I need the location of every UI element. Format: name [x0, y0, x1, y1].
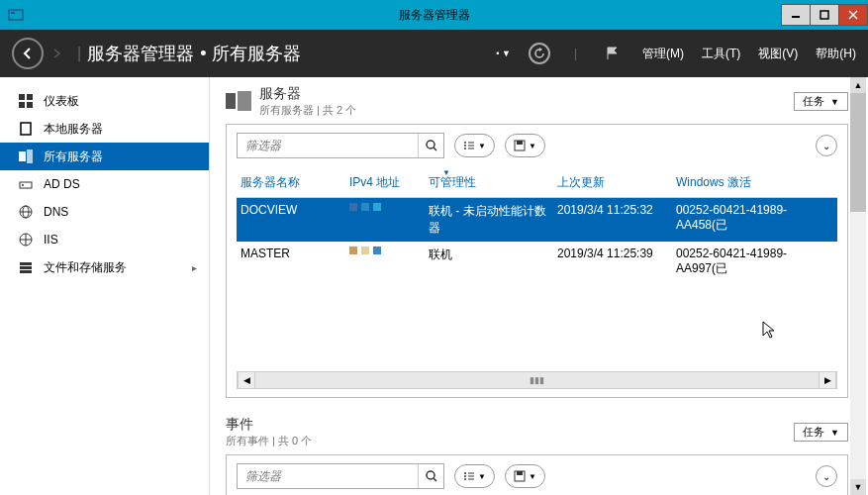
svg-rect-0	[9, 10, 23, 20]
col-activation[interactable]: Windows 激活	[672, 172, 837, 193]
horizontal-scrollbar[interactable]: ◀ ▮▮▮ ▶	[237, 371, 837, 389]
toolbar-separator: |	[574, 47, 577, 60]
servers-filter-input-wrap	[237, 133, 444, 158]
sidebar-item-dashboard[interactable]: 仪表板	[0, 87, 209, 115]
search-icon[interactable]	[418, 134, 443, 157]
disk-icon	[514, 470, 526, 482]
sidebar-item-storage[interactable]: 文件和存储服务▸	[0, 253, 209, 281]
toolbar: | 服务器管理器 • 所有服务器 • ▼ | 管理(M) 工具(T) 视图(V)…	[0, 30, 868, 77]
servers-grid-body: DOCVIEW联机 - 未启动性能计数器2019/3/4 11:25:32002…	[237, 198, 837, 282]
svg-rect-21	[20, 262, 32, 265]
servers-filter-row: ▼ ▼ ⌄	[237, 133, 837, 158]
chevron-down-icon: ▼	[830, 428, 839, 438]
sidebar-item-dns[interactable]: DNS	[0, 198, 209, 226]
svg-point-14	[22, 184, 24, 186]
search-icon[interactable]	[418, 464, 443, 488]
chevron-down-icon: ⌄	[822, 141, 830, 151]
svg-rect-13	[20, 182, 32, 188]
svg-rect-1	[11, 12, 15, 14]
svg-point-38	[464, 472, 466, 474]
back-button[interactable]	[12, 38, 44, 69]
svg-rect-8	[19, 102, 25, 108]
servers-filter-input[interactable]	[238, 139, 418, 152]
tasks-label: 任务	[803, 425, 824, 440]
svg-rect-25	[238, 91, 251, 111]
breadcrumb-separator: •	[200, 44, 206, 64]
scroll-track[interactable]: ▮▮▮	[255, 372, 819, 388]
breadcrumb-root[interactable]: 服务器管理器	[87, 42, 194, 65]
events-section: 事件 所有事件 | 共 0 个 任务 ▼	[226, 416, 848, 495]
svg-rect-11	[19, 151, 26, 161]
col-ip[interactable]: IPv4 地址	[345, 172, 425, 193]
col-mgmt[interactable]: ▼可管理性	[425, 172, 553, 193]
sidebar: 仪表板本地服务器所有服务器AD DSDNSIIS文件和存储服务▸	[0, 77, 210, 495]
filter-options-button[interactable]: ▼	[454, 134, 495, 157]
svg-point-28	[464, 142, 466, 144]
sidebar-item-local[interactable]: 本地服务器	[0, 115, 209, 143]
content-area: 服务器 所有服务器 | 共 2 个 任务 ▼	[210, 77, 868, 495]
scroll-down-button[interactable]: ▼	[850, 479, 866, 495]
sort-indicator-icon: ▼	[442, 168, 450, 177]
maximize-button[interactable]	[810, 4, 839, 26]
help-menu[interactable]: 帮助(H)	[816, 46, 856, 62]
close-button[interactable]	[838, 4, 868, 26]
chevron-down-icon: ▼	[830, 97, 839, 107]
main-area: 仪表板本地服务器所有服务器AD DSDNSIIS文件和存储服务▸ 服务器 所有服…	[0, 77, 868, 495]
events-filter-row: ▼ ▼ ⌄	[237, 463, 837, 489]
manage-menu[interactable]: 管理(M)	[642, 46, 684, 62]
chevron-down-icon: ▼	[478, 472, 486, 481]
servers-panel-box: ▼ ▼ ⌄ 服务器名称 IPv4 地址 ▼可管理性 上次更新 Windows	[226, 124, 848, 398]
events-filter-input[interactable]	[238, 469, 418, 483]
chevron-right-icon: ▸	[192, 262, 197, 273]
chevron-down-icon: ▼	[529, 142, 536, 150]
table-row[interactable]: MASTER联机2019/3/4 11:25:3900252-60421-419…	[237, 242, 837, 282]
breadcrumb[interactable]: 服务器管理器 • 所有服务器	[87, 42, 301, 65]
col-updated[interactable]: 上次更新	[553, 172, 672, 193]
minimize-button[interactable]	[781, 4, 811, 26]
scroll-right-button[interactable]: ▶	[819, 372, 836, 388]
forward-button[interactable]	[48, 44, 67, 63]
events-panel-header: 事件 所有事件 | 共 0 个 任务 ▼	[226, 416, 848, 448]
breadcrumb-current[interactable]: 所有服务器	[212, 42, 301, 65]
nav-separator: |	[77, 45, 81, 62]
tools-menu[interactable]: 工具(T)	[702, 46, 740, 62]
scroll-left-button[interactable]: ◀	[238, 372, 255, 388]
all-icon	[18, 148, 34, 164]
toolbar-dropdown-icon[interactable]: • ▼	[496, 49, 511, 58]
sidebar-item-iis[interactable]: IIS	[0, 226, 209, 253]
expand-button[interactable]: ⌄	[816, 465, 837, 487]
svg-rect-22	[20, 266, 32, 269]
cell-server-name: DOCVIEW	[237, 201, 345, 239]
events-tasks-button[interactable]: 任务 ▼	[794, 423, 848, 442]
sidebar-item-all[interactable]: 所有服务器	[0, 143, 209, 170]
list-icon	[463, 140, 475, 151]
tasks-label: 任务	[803, 94, 824, 109]
servers-icon	[226, 91, 251, 113]
scroll-thumb[interactable]	[850, 93, 866, 212]
refresh-icon[interactable]	[529, 43, 550, 64]
chevron-down-icon: ▼	[529, 472, 536, 481]
filter-options-button[interactable]: ▼	[454, 464, 495, 488]
servers-panel-header: 服务器 所有服务器 | 共 2 个 任务 ▼	[226, 85, 848, 118]
scroll-up-button[interactable]: ▲	[850, 77, 866, 93]
svg-rect-7	[27, 94, 33, 100]
save-filter-button[interactable]: ▼	[505, 464, 545, 488]
svg-rect-45	[517, 471, 523, 475]
events-panel-box: ▼ ▼ ⌄ 服务器名称 ID 严重性 源	[226, 454, 848, 495]
view-menu[interactable]: 视图(V)	[758, 46, 798, 62]
dns-icon	[18, 204, 34, 220]
table-row[interactable]: DOCVIEW联机 - 未启动性能计数器2019/3/4 11:25:32002…	[237, 198, 837, 242]
cell-mgmt: 联机 - 未启动性能计数器	[425, 201, 553, 239]
col-server-name[interactable]: 服务器名称	[237, 172, 345, 193]
flag-icon[interactable]	[601, 42, 625, 65]
save-filter-button[interactable]: ▼	[505, 134, 545, 157]
servers-tasks-button[interactable]: 任务 ▼	[794, 92, 848, 111]
svg-rect-23	[20, 270, 32, 273]
vertical-scrollbar[interactable]: ▲ ▼	[850, 77, 866, 495]
expand-button[interactable]: ⌄	[816, 135, 837, 156]
sidebar-item-label: 文件和存储服务	[44, 259, 127, 276]
app-icon	[8, 7, 24, 23]
svg-rect-12	[27, 149, 33, 163]
sidebar-item-adds[interactable]: AD DS	[0, 170, 209, 198]
svg-line-27	[434, 148, 436, 150]
